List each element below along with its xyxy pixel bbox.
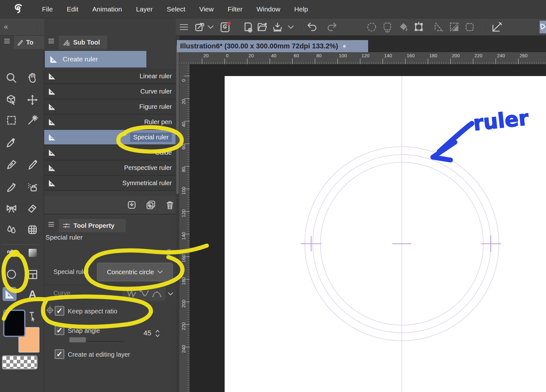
move-tool-icon[interactable]	[25, 93, 39, 107]
tab-tool-property[interactable]: Tool Property	[59, 219, 126, 232]
brush-tool-icon[interactable]	[4, 180, 18, 194]
clip-studio-logo-icon[interactable]	[12, 3, 25, 16]
create-at-editing-layer-checkbox[interactable]: ✓	[55, 349, 64, 359]
menu-help[interactable]: Help	[294, 5, 308, 13]
clip-studio-app-icon[interactable]	[219, 21, 232, 33]
stepper-up-down-icon[interactable]	[155, 329, 160, 338]
auto-select-wand-icon[interactable]	[25, 113, 39, 127]
subtool-group-create-ruler[interactable]: Create ruler	[45, 51, 146, 67]
chevron-down-icon[interactable]	[286, 21, 295, 33]
subtool-item-figure-ruler[interactable]: Figure ruler	[44, 99, 176, 115]
operation-tool-icon[interactable]	[25, 309, 39, 323]
eyedropper-tool-icon[interactable]	[4, 136, 18, 150]
polyline-curve-icon	[126, 289, 137, 298]
frame-border-tool-icon[interactable]	[25, 267, 39, 281]
concentric-circle-ruler	[190, 64, 546, 392]
delete-subtool-icon[interactable]	[165, 200, 176, 211]
ruler-pen-icon[interactable]	[491, 21, 503, 33]
document-tab[interactable]: Illustration6* (300.00 x 300.00mm 72dpi …	[177, 40, 368, 52]
ruler-label: 80	[181, 167, 186, 172]
ruler-tool-icon[interactable]	[3, 287, 17, 301]
snap-to-grid-icon[interactable]	[463, 21, 476, 33]
open-file-icon[interactable]	[256, 21, 269, 33]
snap-to-special-ruler-icon[interactable]	[448, 21, 461, 33]
save-icon[interactable]	[271, 21, 284, 33]
menu-items: File Edit Animation Layer Select View Fi…	[42, 5, 308, 13]
horizontal-ruler: 20020406080100120140160180200220240260	[179, 52, 546, 64]
ruler-icon	[47, 72, 56, 80]
transparent-color-swatch[interactable]	[2, 355, 38, 369]
reselect-icon[interactable]	[381, 21, 394, 33]
curve-type-selector[interactable]	[122, 286, 166, 301]
fill-tool-icon[interactable]	[4, 246, 18, 260]
pen-tool-icon[interactable]	[4, 158, 18, 172]
menu-view[interactable]: View	[199, 5, 214, 13]
toolbar-divider	[481, 21, 482, 33]
panel-scrollbar-handle[interactable]	[176, 45, 179, 194]
object-3d-tool-icon[interactable]	[4, 93, 18, 107]
main-menu-hamburger-icon[interactable]	[178, 21, 190, 33]
menu-select[interactable]: Select	[167, 5, 185, 13]
pencil-tool-icon[interactable]	[25, 158, 39, 172]
decoration-tool-icon[interactable]	[4, 201, 18, 215]
new-file-icon[interactable]	[242, 21, 255, 33]
eraser-tool-icon[interactable]	[25, 201, 39, 215]
snap-angle-value[interactable]: 45	[144, 329, 151, 337]
subtool-item-guide[interactable]: Guide	[44, 145, 176, 160]
ruler-label: 40	[181, 122, 186, 127]
snap-ruler-active-icon[interactable]	[540, 21, 546, 33]
subtool-item-curve-ruler[interactable]: Curve ruler	[44, 84, 176, 99]
text-tool-icon[interactable]: A	[25, 287, 39, 301]
curve-chevron-down-icon[interactable]	[168, 292, 173, 296]
gradient-tool-icon[interactable]	[25, 246, 39, 260]
menu-file[interactable]: File	[42, 5, 53, 13]
ruler-label: 220	[181, 322, 186, 330]
menu-filter[interactable]: Filter	[228, 5, 242, 13]
chevron-down-icon[interactable]	[206, 21, 215, 33]
unlock-icon[interactable]	[164, 248, 172, 256]
subtool-item-special-ruler[interactable]: Special ruler	[44, 130, 176, 145]
blend-tool-icon[interactable]	[4, 223, 18, 237]
subtool-item-perspective-ruler[interactable]: Perspective ruler	[44, 160, 176, 176]
register-workspace-icon[interactable]	[193, 21, 206, 33]
ruler-label: 200	[181, 300, 186, 308]
figure-tool-icon[interactable]	[4, 267, 18, 281]
tab-subtool[interactable]: Sub Tool	[59, 36, 107, 49]
redo-icon[interactable]	[325, 21, 338, 33]
main-color-swatch[interactable]	[3, 310, 25, 337]
collapse-tool-panel-icon[interactable]: «	[4, 22, 8, 31]
ruler-icon	[47, 178, 56, 187]
menu-layer[interactable]: Layer	[136, 5, 153, 13]
ruler-icon	[47, 133, 56, 142]
snap-to-ruler-icon[interactable]	[433, 21, 445, 33]
zoom-tool-icon[interactable]	[4, 71, 18, 85]
panel-grip[interactable]	[38, 21, 39, 33]
subtool-item-linear-ruler[interactable]: Linear ruler	[44, 69, 176, 84]
transform-icon[interactable]	[412, 21, 425, 33]
menu-edit[interactable]: Edit	[67, 5, 78, 13]
ruler-label: 200	[452, 53, 460, 58]
subtool-item-symmetrical-ruler[interactable]: Symmetrical ruler	[44, 176, 176, 191]
fill-icon[interactable]	[397, 21, 410, 33]
snap-angle-slider-handle[interactable]	[69, 337, 86, 342]
menu-window[interactable]: Window	[256, 5, 280, 13]
marquee-select-tool-icon[interactable]	[4, 113, 18, 127]
undo-icon[interactable]	[306, 21, 319, 33]
ruler-label: 180	[181, 277, 186, 285]
snap-angle-checkbox[interactable]: ✓	[55, 326, 64, 335]
deselect-icon[interactable]	[365, 21, 378, 33]
keep-aspect-ratio-checkbox[interactable]: ✓	[55, 306, 64, 316]
tool-property-menu-icon[interactable]	[48, 221, 55, 227]
import-subtool-icon[interactable]	[127, 200, 137, 211]
tool-panel-menu-icon[interactable]	[4, 38, 10, 44]
airbrush-tool-icon[interactable]	[25, 180, 39, 194]
duplicate-subtool-icon[interactable]	[146, 200, 157, 211]
special-ruler-dropdown[interactable]: Concentric circle	[97, 263, 173, 281]
ruler-label: 240	[497, 53, 505, 58]
liquify-tool-icon[interactable]	[25, 223, 39, 237]
hand-tool-icon[interactable]	[25, 71, 39, 85]
subtool-item-ruler-pen[interactable]: Ruler pen	[44, 115, 176, 130]
subtool-panel-menu-icon[interactable]	[48, 38, 55, 44]
menu-animation[interactable]: Animation	[92, 5, 122, 13]
tab-tool[interactable]: To	[14, 36, 44, 49]
